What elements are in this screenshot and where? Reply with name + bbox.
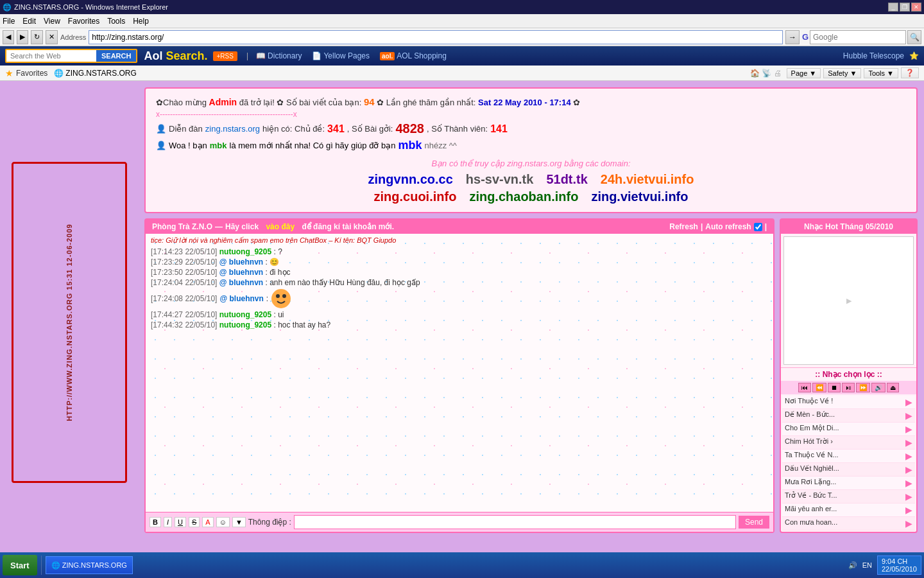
domain-zingvnn[interactable]: zingvnn.co.cc bbox=[368, 172, 453, 187]
toolbar-divider1: | bbox=[246, 51, 248, 60]
menu-favorites[interactable]: Favorites bbox=[68, 17, 99, 26]
tray-icon2: EN bbox=[862, 561, 872, 569]
forward-btn[interactable]: ▶ bbox=[17, 30, 28, 44]
go-btn[interactable]: → bbox=[785, 30, 800, 44]
fwd-btn[interactable]: ⏩ bbox=[856, 383, 870, 392]
main-area: HTTP://WWW.ZING.NSTARS.ORG 15:31 12-06-2… bbox=[0, 81, 924, 564]
music-row-2: Dế Mèn - Bức... ▶ bbox=[782, 409, 915, 423]
domain-vietvui[interactable]: zing.vietvui.info bbox=[591, 189, 688, 204]
menu-file[interactable]: File bbox=[3, 17, 15, 26]
watermark-text: HTTP://WWW.ZING.NSTARS.ORG 15:31 12-06-2… bbox=[65, 223, 73, 421]
play-icon-7[interactable]: ▶ bbox=[905, 478, 912, 488]
members-count: 141 bbox=[490, 123, 508, 135]
safety-menu-btn[interactable]: Safety ▼ bbox=[823, 68, 861, 78]
ie-taskbar-btn[interactable]: 🌐 ZING.NSTARS.ORG bbox=[46, 556, 133, 574]
page-menu-btn[interactable]: Page ▼ bbox=[787, 68, 821, 78]
bold-btn[interactable]: B bbox=[150, 517, 161, 527]
aol-brand: Aol Search. bbox=[144, 49, 207, 63]
google-search-input[interactable] bbox=[810, 30, 906, 44]
tools-menu-btn[interactable]: Tools ▼ bbox=[864, 68, 898, 78]
fav-item-zing[interactable]: 🌐 ZING.NSTARS.ORG bbox=[50, 66, 140, 80]
song-name-6: Dấu Vết Nghiêl... bbox=[785, 464, 903, 475]
song-name-3: Cho Em Một Di... bbox=[785, 424, 903, 434]
back-btn[interactable]: ◀ bbox=[3, 30, 14, 44]
welcome-mid: đã trở lại! ✿ Số bài viết của bạn: bbox=[239, 98, 364, 107]
aol-search-button[interactable]: SEARCH bbox=[96, 50, 136, 62]
aol-shopping-link[interactable]: aol. AOL Shopping bbox=[375, 51, 452, 60]
help-icon-btn[interactable]: ❓ bbox=[901, 67, 919, 78]
tray-time: 9:04 CH22/05/2010 bbox=[877, 556, 921, 575]
play-icon-10[interactable]: ▶ bbox=[905, 518, 912, 529]
color-btn[interactable]: A bbox=[202, 517, 213, 527]
song-name-4: Chim Hót Trời › bbox=[785, 437, 903, 448]
domain-24h[interactable]: 24h.vietvui.info bbox=[601, 172, 694, 187]
domain-51dt[interactable]: 51dt.tk bbox=[546, 172, 587, 187]
stop-btn[interactable]: ⏹ bbox=[828, 383, 841, 392]
play-icon-2[interactable]: ▶ bbox=[905, 410, 912, 421]
music-controls: ⏮ ⏪ ⏹ ⏯ ⏩ 🔊 ⏏ bbox=[781, 381, 916, 394]
aol-search-input[interactable] bbox=[6, 50, 96, 62]
pipe-sep2: | bbox=[765, 222, 767, 231]
menu-edit[interactable]: Edit bbox=[22, 17, 36, 26]
domain-chaoban[interactable]: zing.chaoban.info bbox=[469, 189, 578, 204]
song-name-5: Ta Thuộc Về N... bbox=[785, 451, 903, 461]
browser-icon: 🌐 bbox=[3, 3, 12, 12]
play-icon-3[interactable]: ▶ bbox=[905, 424, 912, 434]
fav-separator-icons: 🏠 📡 🖨 bbox=[750, 69, 782, 78]
send-btn[interactable]: Send bbox=[739, 516, 769, 529]
avatar-icon2: 👤 bbox=[156, 141, 166, 150]
address-input[interactable] bbox=[89, 30, 783, 44]
address-bar: ◀ ▶ ↻ ✕ Address → G 🔍 bbox=[0, 28, 924, 46]
underline-btn[interactable]: U bbox=[175, 517, 186, 527]
close-btn[interactable]: ✕ bbox=[911, 3, 921, 12]
menu-tools[interactable]: Tools bbox=[107, 17, 125, 26]
play-icon-6[interactable]: ▶ bbox=[905, 464, 912, 475]
prev-btn[interactable]: ⏮ bbox=[798, 383, 811, 392]
music-player: ▶ bbox=[783, 236, 914, 365]
music-box: Nhạc Hot Tháng 05/2010 ▶ :: Nhạc chọn lọ… bbox=[780, 218, 918, 533]
fav-tools-area: 🏠 📡 🖨 Page ▼ Safety ▼ Tools ▼ ❓ bbox=[748, 67, 919, 78]
vol-btn[interactable]: 🔊 bbox=[871, 383, 886, 392]
yellow-pages-link[interactable]: 📄 Yellow Pages bbox=[307, 51, 375, 60]
forum-stats-row: 👤 Diễn đàn zing.nstars.org hiện có: Chủ … bbox=[156, 121, 906, 136]
nm-mid: là mem mới nhất nha! Có gì hãy giúp đỡ b… bbox=[230, 141, 396, 150]
start-btn[interactable]: Start bbox=[3, 555, 37, 575]
domain-hs-sv[interactable]: hs-sv-vn.tk bbox=[466, 172, 534, 187]
strike-btn[interactable]: S bbox=[189, 517, 200, 527]
divider-line: x---------------------------------------… bbox=[156, 110, 906, 119]
chat-header: Phòng Trà Z.N.O — Hãy click vào đây để đ… bbox=[146, 220, 773, 234]
dictionary-link[interactable]: 📖 Dictionary bbox=[251, 51, 307, 60]
play-icon-4[interactable]: ▶ bbox=[905, 437, 912, 448]
play-btn[interactable]: ⏯ bbox=[842, 383, 855, 392]
aol-rss-btn[interactable]: +RSS bbox=[213, 51, 237, 61]
minimize-btn[interactable]: _ bbox=[888, 3, 898, 12]
domain-links-row2: zing.cuoi.info zing.chaoban.info zing.vi… bbox=[156, 189, 906, 204]
menu-view[interactable]: View bbox=[44, 17, 60, 26]
taskbar-tray: 🔊 EN 9:04 CH22/05/2010 bbox=[848, 556, 921, 575]
emoji-btn[interactable]: ☺ bbox=[216, 517, 230, 527]
restore-btn[interactable]: ❐ bbox=[900, 3, 910, 12]
more-btn[interactable]: ▼ bbox=[232, 517, 246, 527]
stop-btn[interactable]: ✕ bbox=[46, 30, 58, 44]
welcome-line: ✿Chào mừng Admin đã trở lại! ✿ Số bài vi… bbox=[156, 96, 906, 107]
refresh-label[interactable]: Refresh bbox=[669, 222, 698, 231]
chat-register-link[interactable]: vào đây bbox=[266, 222, 295, 231]
song-name-1: Nơi Thuộc Về ! bbox=[785, 397, 903, 407]
play-icon-1[interactable]: ▶ bbox=[905, 397, 912, 407]
google-search-btn[interactable]: 🔍 bbox=[907, 30, 921, 44]
play-icon-8[interactable]: ▶ bbox=[905, 491, 912, 502]
refresh-btn[interactable]: ↻ bbox=[31, 30, 43, 44]
rew-btn[interactable]: ⏪ bbox=[812, 383, 826, 392]
domain-cuoi[interactable]: zing.cuoi.info bbox=[374, 189, 457, 204]
favorites-bar: ★ Favorites 🌐 ZING.NSTARS.ORG 🏠 📡 🖨 Page… bbox=[0, 66, 924, 81]
menu-help[interactable]: Help bbox=[133, 17, 149, 26]
domains-title: Bạn có thể truy cập zing.nstars.org bằng… bbox=[156, 159, 906, 168]
auto-refresh-checkbox[interactable] bbox=[754, 223, 762, 231]
forum-link[interactable]: zing.nstars.org bbox=[205, 124, 260, 134]
italic-btn[interactable]: I bbox=[164, 517, 172, 527]
play-icon-9[interactable]: ▶ bbox=[905, 505, 912, 515]
play-icon-5[interactable]: ▶ bbox=[905, 451, 912, 461]
msg-input[interactable] bbox=[294, 515, 736, 529]
auto-refresh-label: Auto refresh bbox=[705, 222, 751, 231]
eject-btn[interactable]: ⏏ bbox=[887, 383, 899, 392]
